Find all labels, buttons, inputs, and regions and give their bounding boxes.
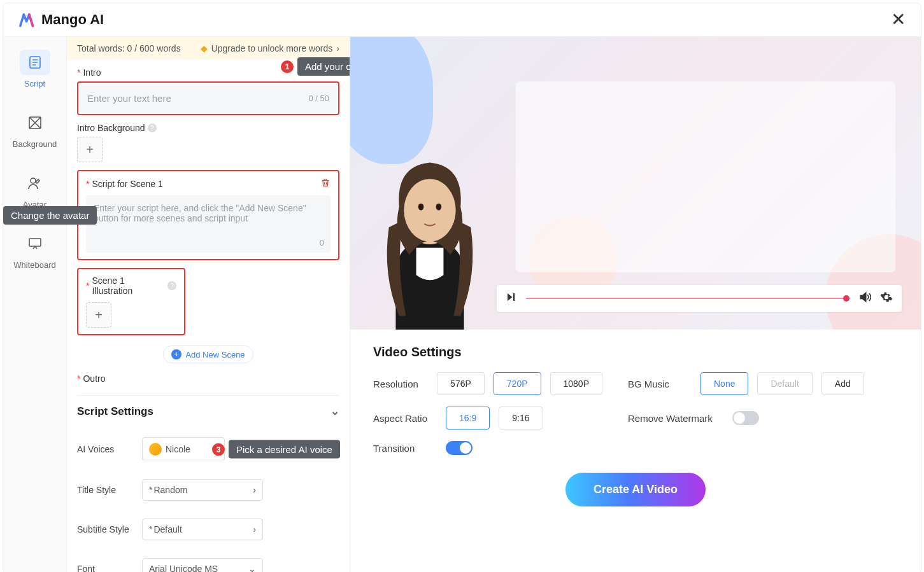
scene1-label: *Script for Scene 1 xyxy=(86,179,163,189)
add-scene-row: + Add New Scene xyxy=(77,343,339,366)
script-settings-header[interactable]: Script Settings ⌄ xyxy=(77,395,339,424)
title-style-row: Title Style *Random › xyxy=(77,474,339,506)
aspect-row: Aspect Ratio 16:9 9:16 xyxy=(373,407,602,429)
help-icon[interactable]: ? xyxy=(148,123,157,132)
delete-scene-button[interactable] xyxy=(320,178,331,190)
video-preview xyxy=(350,37,921,330)
scene1-illus-label: *Scene 1 Illustration ? xyxy=(86,276,176,296)
title-style-label: Title Style xyxy=(77,485,134,495)
annotation-badge-3: 3 xyxy=(212,443,225,456)
volume-icon[interactable] xyxy=(858,291,871,307)
avatar-icon xyxy=(27,176,43,191)
chevron-right-icon: › xyxy=(336,43,339,53)
add-intro-bg[interactable]: + xyxy=(77,137,103,162)
close-button[interactable]: ✕ xyxy=(891,11,906,29)
chevron-down-icon: ⌄ xyxy=(331,405,339,418)
bgmusic-none[interactable]: None xyxy=(700,372,748,395)
progress-bar[interactable] xyxy=(526,298,849,299)
player-bar xyxy=(497,285,902,312)
help-icon[interactable]: ? xyxy=(167,281,176,290)
sidebar-item-background[interactable]: Background xyxy=(3,105,66,154)
svg-point-2 xyxy=(31,178,36,183)
transition-label: Transition xyxy=(373,443,437,454)
svg-point-6 xyxy=(418,204,424,211)
diamond-icon: ◆ xyxy=(201,43,208,53)
intro-highlight: 0 / 50 xyxy=(77,81,339,115)
chevron-down-icon: ⌄ xyxy=(248,564,256,572)
add-illustration[interactable]: + xyxy=(86,302,111,328)
intro-bg-label: Intro Background ? xyxy=(77,123,339,133)
sidebar-item-script[interactable]: Script xyxy=(3,45,66,94)
watermark-toggle[interactable] xyxy=(732,411,759,425)
aspect-9-16[interactable]: 9:16 xyxy=(499,407,543,429)
form-area: 1 Add your content *Intro 0 / 50 xyxy=(67,60,350,572)
intro-input[interactable] xyxy=(87,93,308,104)
annotation-1: 1 Add your content xyxy=(281,57,350,76)
annotation-label-3: Pick a desired AI voice xyxy=(229,440,340,459)
svg-point-7 xyxy=(436,204,442,211)
resolution-row: Resolution 576P 720P 1080P xyxy=(373,372,602,395)
annotation-label-2: Change the avatar xyxy=(3,206,97,225)
brand-name: Mango AI xyxy=(41,11,104,28)
annotation-badge-1: 1 xyxy=(281,60,294,73)
right-panel: Video Settings Resolution 576P 720P 1080… xyxy=(350,37,921,572)
ai-voices-row: AI Voices Nicole 3 Pick a desired AI voi… xyxy=(77,432,339,466)
font-select[interactable]: Arial Unicode MS ⌄ xyxy=(142,558,263,572)
resolution-1080p[interactable]: 1080P xyxy=(550,372,602,395)
trash-icon xyxy=(320,178,331,188)
font-row: Font Arial Unicode MS ⌄ xyxy=(77,553,339,572)
aspect-label: Aspect Ratio xyxy=(373,413,437,424)
scene1-textarea[interactable]: Enter your script here, and click the "A… xyxy=(86,195,331,253)
sidebar-label: Whiteboard xyxy=(13,260,55,270)
bgmusic-add[interactable]: Add xyxy=(821,372,864,395)
left-sidebar: Script Background Avatar Whiteboard xyxy=(3,37,67,572)
transition-toggle[interactable] xyxy=(446,441,473,455)
logo-mark-icon xyxy=(18,11,36,29)
upgrade-text: Upgrade to unlock more words xyxy=(211,43,333,53)
bgmusic-row: BG Music None Default Add xyxy=(628,372,898,395)
skip-next-icon[interactable] xyxy=(506,291,517,306)
add-scene-label: Add New Scene xyxy=(185,350,245,359)
scene1-illustration-box: *Scene 1 Illustration ? + xyxy=(77,268,185,335)
aspect-16-9[interactable]: 16:9 xyxy=(446,407,490,429)
resolution-label: Resolution xyxy=(373,379,428,389)
annotation-label-1: Add your content xyxy=(297,57,350,76)
script-settings-title: Script Settings xyxy=(77,405,153,418)
intro-char-count: 0 / 50 xyxy=(308,94,329,103)
preview-canvas xyxy=(516,81,895,272)
logo: Mango AI xyxy=(18,11,104,29)
sidebar-item-whiteboard[interactable]: Whiteboard xyxy=(3,226,66,275)
voice-avatar-icon xyxy=(149,443,162,456)
watermark-row: Remove Watermark xyxy=(628,411,898,425)
total-words: Total words: 0 / 600 words xyxy=(77,43,181,53)
sidebar-label: Script xyxy=(24,79,45,88)
annotation-2: 2 Change the avatar xyxy=(3,206,97,225)
plus-circle-icon: + xyxy=(171,349,181,359)
svg-point-5 xyxy=(404,179,455,242)
resolution-576p[interactable]: 576P xyxy=(437,372,485,395)
scene1-script-box: *Script for Scene 1 Enter your script he… xyxy=(77,170,339,260)
subtitle-style-select[interactable]: *Default › xyxy=(142,519,263,540)
video-settings: Video Settings Resolution 576P 720P 1080… xyxy=(350,330,921,522)
title-style-select[interactable]: *Random › xyxy=(142,479,263,501)
word-count-bar: Total words: 0 / 600 words ◆ Upgrade to … xyxy=(67,37,350,60)
script-icon xyxy=(27,55,43,70)
watermark-label: Remove Watermark xyxy=(628,413,723,424)
main-area: Total words: 0 / 600 words ◆ Upgrade to … xyxy=(67,37,921,572)
upgrade-link[interactable]: ◆ Upgrade to unlock more words › xyxy=(201,43,339,53)
add-new-scene-button[interactable]: + Add New Scene xyxy=(163,345,253,363)
app-header: Mango AI ✕ xyxy=(3,3,921,37)
background-icon xyxy=(27,115,43,130)
subtitle-style-label: Subtitle Style xyxy=(77,524,134,534)
intro-bg-section: Intro Background ? + xyxy=(77,123,339,162)
resolution-720p[interactable]: 720P xyxy=(494,372,541,395)
outro-label: *Outro xyxy=(77,373,339,384)
avatar-figure xyxy=(357,139,503,330)
bgmusic-default[interactable]: Default xyxy=(757,372,812,395)
create-video-button[interactable]: Create AI Video xyxy=(565,473,706,506)
create-row: Create AI Video xyxy=(373,473,898,506)
settings-icon[interactable] xyxy=(880,291,893,307)
intro-input-wrap: 0 / 50 xyxy=(80,84,337,113)
whiteboard-icon xyxy=(27,236,43,251)
bgmusic-label: BG Music xyxy=(628,379,692,389)
